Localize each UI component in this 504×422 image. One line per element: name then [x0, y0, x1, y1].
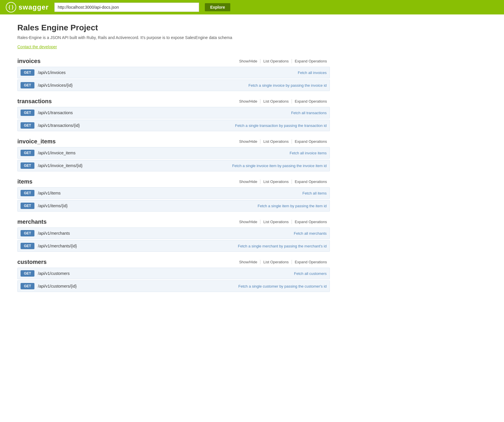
api-path-items-0: /api/v1/items — [38, 191, 302, 195]
api-description-items-1: Fetch a single item by passing the item … — [258, 204, 327, 208]
api-section-header-invoice_items: invoice_itemsShow/HideList OperationsExp… — [17, 138, 330, 145]
show-hide-items[interactable]: Show/Hide — [236, 179, 260, 184]
list-operations-customers[interactable]: List Operations — [260, 260, 292, 264]
list-operations-invoice_items[interactable]: List Operations — [260, 139, 292, 144]
get-badge-invoices-1: GET — [21, 82, 34, 88]
swagger-logo-icon: { } — [6, 2, 16, 12]
api-path-items-1: /api/v1/items/{id} — [38, 203, 258, 208]
api-row-transactions-0[interactable]: GET/api/v1/transactionsFetch all transac… — [17, 107, 330, 119]
api-section-header-merchants: merchantsShow/HideList OperationsExpand … — [17, 219, 330, 225]
api-section-controls-merchants: Show/HideList OperationsExpand Operation… — [236, 220, 330, 224]
swagger-logo-text: swagger — [19, 3, 49, 11]
api-section-title-invoices: invoices — [17, 58, 41, 64]
api-section-title-customers: customers — [17, 259, 47, 265]
expand-operations-items[interactable]: Expand Operations — [292, 179, 330, 184]
api-path-merchants-0: /api/v1/merchants — [38, 231, 294, 236]
api-row-customers-1[interactable]: GET/api/v1/customers/{id}Fetch a single … — [17, 280, 330, 292]
expand-operations-merchants[interactable]: Expand Operations — [292, 220, 330, 224]
api-section-header-items: itemsShow/HideList OperationsExpand Oper… — [17, 178, 330, 185]
list-operations-transactions[interactable]: List Operations — [260, 99, 292, 103]
api-section-controls-invoices: Show/HideList OperationsExpand Operation… — [236, 59, 330, 63]
api-row-invoice_items-1[interactable]: GET/api/v1/invoice_items/{id}Fetch a sin… — [17, 160, 330, 171]
api-description-merchants-0: Fetch all merchants — [294, 231, 327, 236]
api-section-invoices: invoicesShow/HideList OperationsExpand O… — [17, 58, 330, 91]
get-badge-items-0: GET — [21, 190, 34, 196]
show-hide-transactions[interactable]: Show/Hide — [236, 99, 260, 103]
project-description: Rales-Engine is a JSON API built with Ru… — [17, 35, 330, 40]
get-badge-merchants-1: GET — [21, 243, 34, 249]
api-description-invoices-0: Fetch all invoices — [298, 71, 327, 75]
get-badge-transactions-1: GET — [21, 122, 34, 129]
api-path-merchants-1: /api/v1/merchants/{id} — [38, 244, 238, 248]
api-description-invoice_items-0: Fetch all invoice items — [290, 151, 327, 155]
api-section-header-invoices: invoicesShow/HideList OperationsExpand O… — [17, 58, 330, 64]
api-row-customers-0[interactable]: GET/api/v1/customersFetch all customers — [17, 268, 330, 279]
api-row-merchants-0[interactable]: GET/api/v1/merchantsFetch all merchants — [17, 227, 330, 239]
api-path-invoice_items-1: /api/v1/invoice_items/{id} — [38, 163, 232, 168]
api-section-controls-invoice_items: Show/HideList OperationsExpand Operation… — [236, 139, 330, 144]
api-row-merchants-1[interactable]: GET/api/v1/merchants/{id}Fetch a single … — [17, 240, 330, 252]
list-operations-merchants[interactable]: List Operations — [260, 220, 292, 224]
show-hide-customers[interactable]: Show/Hide — [236, 260, 260, 264]
api-row-invoices-0[interactable]: GET/api/v1/invoicesFetch all invoices — [17, 67, 330, 78]
api-description-invoice_items-1: Fetch a single invoice item by passing t… — [232, 164, 327, 168]
get-badge-transactions-0: GET — [21, 110, 34, 116]
api-row-transactions-1[interactable]: GET/api/v1/transactions/{id}Fetch a sing… — [17, 120, 330, 131]
api-section-items: itemsShow/HideList OperationsExpand Oper… — [17, 178, 330, 212]
header: { } swagger Explore — [0, 0, 504, 14]
api-description-customers-0: Fetch all customers — [294, 271, 327, 276]
api-path-transactions-0: /api/v1/transactions — [38, 110, 291, 115]
api-section-merchants: merchantsShow/HideList OperationsExpand … — [17, 219, 330, 252]
api-section-transactions: transactionsShow/HideList OperationsExpa… — [17, 98, 330, 131]
api-section-header-customers: customersShow/HideList OperationsExpand … — [17, 259, 330, 265]
get-badge-customers-0: GET — [21, 270, 34, 277]
show-hide-invoice_items[interactable]: Show/Hide — [236, 139, 260, 144]
api-url-input[interactable] — [54, 3, 199, 12]
get-badge-merchants-0: GET — [21, 230, 34, 236]
api-path-invoices-1: /api/v1/invoices/{id} — [38, 83, 249, 88]
expand-operations-invoices[interactable]: Expand Operations — [292, 59, 330, 63]
api-description-transactions-0: Fetch all transactions — [291, 111, 327, 115]
expand-operations-customers[interactable]: Expand Operations — [292, 260, 330, 264]
api-description-customers-1: Fetch a single customer by passing the c… — [238, 284, 327, 288]
api-section-invoice_items: invoice_itemsShow/HideList OperationsExp… — [17, 138, 330, 171]
api-path-invoice_items-0: /api/v1/invoice_items — [38, 151, 290, 155]
show-hide-invoices[interactable]: Show/Hide — [236, 59, 260, 63]
api-section-controls-customers: Show/HideList OperationsExpand Operation… — [236, 260, 330, 264]
api-row-items-1[interactable]: GET/api/v1/items/{id}Fetch a single item… — [17, 200, 330, 212]
get-badge-invoices-0: GET — [21, 69, 34, 76]
api-description-items-0: Fetch all items — [302, 191, 327, 195]
api-description-transactions-1: Fetch a single transaction by passing th… — [235, 123, 327, 128]
api-section-title-merchants: merchants — [17, 219, 47, 225]
api-section-customers: customersShow/HideList OperationsExpand … — [17, 259, 330, 292]
api-row-items-0[interactable]: GET/api/v1/itemsFetch all items — [17, 187, 330, 199]
get-badge-items-1: GET — [21, 203, 34, 209]
list-operations-items[interactable]: List Operations — [260, 179, 292, 184]
api-path-invoices-0: /api/v1/invoices — [38, 70, 298, 75]
api-row-invoices-1[interactable]: GET/api/v1/invoices/{id}Fetch a single i… — [17, 79, 330, 91]
show-hide-merchants[interactable]: Show/Hide — [236, 220, 260, 224]
expand-operations-transactions[interactable]: Expand Operations — [292, 99, 330, 103]
get-badge-invoice_items-0: GET — [21, 150, 34, 156]
api-description-invoices-1: Fetch a single invoice by passing the in… — [249, 83, 327, 88]
api-sections-container: invoicesShow/HideList OperationsExpand O… — [17, 58, 330, 292]
api-section-header-transactions: transactionsShow/HideList OperationsExpa… — [17, 98, 330, 105]
api-path-transactions-1: /api/v1/transactions/{id} — [38, 123, 235, 128]
contact-link[interactable]: Contact the developer — [17, 45, 57, 49]
explore-button[interactable]: Explore — [205, 3, 230, 11]
swagger-logo-symbol: { } — [9, 5, 14, 10]
main-content: Rales Engine Project Rales-Engine is a J… — [0, 14, 347, 308]
api-section-title-invoice_items: invoice_items — [17, 138, 56, 145]
api-description-merchants-1: Fetch a single merchant by passing the m… — [238, 244, 327, 248]
api-section-controls-items: Show/HideList OperationsExpand Operation… — [236, 179, 330, 184]
swagger-logo: { } swagger — [6, 2, 49, 12]
api-path-customers-0: /api/v1/customers — [38, 271, 294, 276]
expand-operations-invoice_items[interactable]: Expand Operations — [292, 139, 330, 144]
get-badge-customers-1: GET — [21, 283, 34, 289]
list-operations-invoices[interactable]: List Operations — [260, 59, 292, 63]
api-section-title-items: items — [17, 178, 32, 185]
api-row-invoice_items-0[interactable]: GET/api/v1/invoice_itemsFetch all invoic… — [17, 147, 330, 159]
project-title: Rales Engine Project — [17, 23, 330, 32]
api-section-title-transactions: transactions — [17, 98, 52, 105]
api-section-controls-transactions: Show/HideList OperationsExpand Operation… — [236, 99, 330, 103]
